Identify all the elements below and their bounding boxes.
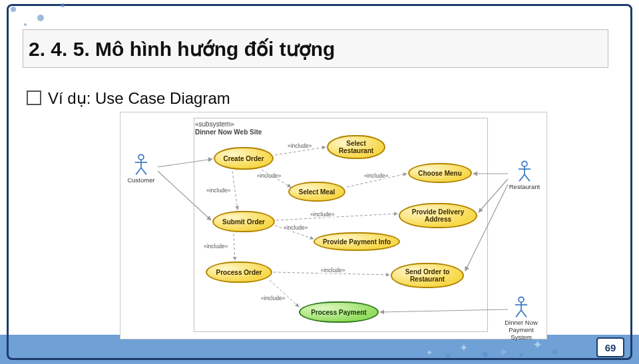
usecase-choose-menu: Choose Menu [408, 163, 472, 183]
usecase-choose-menu-label: Choose Menu [418, 170, 462, 177]
usecase-create-order-label: Create Order [223, 155, 264, 162]
usecase-select-restaurant-label: Select Restaurant [339, 140, 373, 154]
actor-restaurant: Restaurant [507, 160, 542, 190]
edge-label-1: «include» [287, 142, 312, 149]
usecase-send-order-label: Send Order to Restaurant [405, 268, 450, 283]
actor-restaurant-label: Restaurant [509, 183, 540, 190]
bullet-box-icon [27, 91, 41, 105]
edge-label-3: «include» [363, 172, 389, 179]
svg-point-5 [522, 161, 527, 166]
usecase-submit-order-label: Submit Order [222, 218, 265, 226]
subsystem-name: Dinner Now Web Site [195, 128, 262, 136]
edge-label-8: «include» [320, 267, 345, 273]
usecase-diagram: «subsystem» Dinner Now Web Site Customer… [120, 112, 547, 339]
edge-label-9: «include» [260, 295, 286, 301]
bullet-text: Ví dụ: Use Case Diagram [48, 89, 230, 107]
usecase-send-order: Send Order to Restaurant [391, 263, 464, 288]
actor-customer-label: Customer [127, 176, 154, 184]
usecase-create-order: Create Order [214, 147, 274, 170]
usecase-process-payment-label: Process Payment [311, 309, 366, 316]
svg-point-10 [519, 297, 524, 302]
usecase-provide-payment-label: Provide Payment Info [323, 238, 391, 246]
usecase-select-restaurant: Select Restaurant [327, 135, 385, 159]
slide-title-text: 2. 4. 5. Mô hình hướng đối tượng [29, 37, 335, 61]
usecase-select-meal-label: Select Meal [299, 188, 335, 196]
bullet-row: Ví dụ: Use Case Diagram [27, 89, 230, 108]
edge-label-5: «include» [310, 211, 335, 218]
edge-label-6: «include» [283, 224, 308, 231]
usecase-provide-delivery: Provide Delivery Address [399, 203, 477, 228]
svg-line-9 [525, 174, 530, 181]
edge-label-7: «include» [203, 243, 228, 250]
svg-line-3 [136, 168, 141, 174]
corner-decoration-bottom-right: ✦ ✦ ✧ ✦ [419, 329, 592, 363]
actor-customer: Customer [123, 154, 159, 184]
subsystem-stereotype: «subsystem» [195, 120, 234, 128]
usecase-select-meal: Select Meal [288, 182, 345, 202]
svg-line-4 [141, 168, 146, 174]
slide-page: 2. 4. 5. Mô hình hướng đối tượng Ví dụ: … [0, 0, 639, 364]
usecase-submit-order: Submit Order [212, 211, 275, 232]
usecase-process-order-label: Process Order [216, 269, 262, 276]
usecase-process-payment: Process Payment [299, 301, 379, 323]
page-number: 69 [605, 342, 616, 353]
svg-line-8 [519, 174, 525, 181]
svg-line-13 [516, 310, 521, 317]
edge-label-4: «include» [206, 187, 231, 194]
svg-line-14 [521, 310, 527, 317]
usecase-provide-payment: Provide Payment Info [314, 232, 400, 251]
slide-title: 2. 4. 5. Mô hình hướng đối tượng [23, 29, 608, 68]
svg-point-0 [138, 154, 144, 160]
page-number-badge: 69 [596, 337, 624, 357]
subsystem-label: «subsystem» Dinner Now Web Site [195, 120, 262, 136]
edge-label-2: «include» [256, 172, 282, 179]
usecase-process-order: Process Order [206, 262, 272, 283]
usecase-provide-delivery-label: Provide Delivery Address [412, 208, 464, 223]
